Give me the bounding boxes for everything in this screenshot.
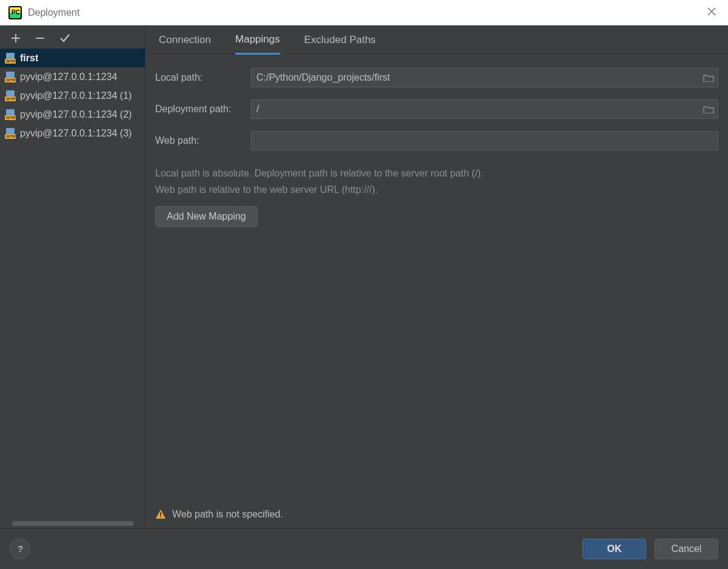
sidebar-item[interactable]: SFTP pyvip@127.0.0.1:1234 (1) (0, 86, 145, 105)
scrollbar-thumb[interactable] (12, 521, 133, 526)
folder-open-icon[interactable] (700, 105, 718, 113)
row-local-path: Local path: (155, 62, 718, 93)
dialog-footer: ? OK Cancel (0, 528, 728, 569)
svg-text:SFTP: SFTP (6, 116, 15, 120)
svg-text:SFTP: SFTP (6, 78, 15, 82)
sidebar: SFTP first SFTP pyvip@127.0.0.1:1234 SFT… (0, 25, 145, 528)
svg-rect-16 (6, 128, 15, 134)
help-text: Local path is absolute. Deployment path … (155, 157, 718, 206)
cancel-button[interactable]: Cancel (655, 539, 718, 559)
sidebar-item-label: pyvip@127.0.0.1:1234 (1) (20, 90, 132, 101)
local-path-field-wrap (251, 68, 718, 87)
close-icon[interactable] (704, 4, 720, 21)
deployment-path-field-wrap (251, 99, 718, 119)
sftp-icon: SFTP (4, 127, 16, 140)
sftp-icon: SFTP (4, 71, 16, 83)
warning-icon (155, 509, 166, 520)
sidebar-item-label: pyvip@127.0.0.1:1234 (3) (20, 128, 132, 139)
sidebar-item[interactable]: SFTP pyvip@127.0.0.1:1234 (0, 67, 145, 86)
row-web-path: Web path: (155, 125, 718, 157)
add-icon[interactable] (11, 33, 21, 43)
help-button[interactable]: ? (10, 539, 30, 559)
mappings-form: Local path: Deployment path: (145, 55, 728, 232)
sidebar-item-label: pyvip@127.0.0.1:1234 (20, 72, 117, 82)
sidebar-list: SFTP first SFTP pyvip@127.0.0.1:1234 SFT… (0, 49, 145, 520)
help-line-1: Local path is absolute. Deployment path … (155, 165, 718, 181)
content-panel: Connection Mappings Excluded Paths Local… (145, 25, 728, 528)
svg-rect-4 (6, 53, 15, 59)
pycharm-icon: PC (8, 6, 22, 19)
svg-text:SFTP: SFTP (6, 135, 15, 138)
deployment-path-label: Deployment path: (155, 104, 251, 115)
sidebar-item[interactable]: SFTP pyvip@127.0.0.1:1234 (2) (0, 105, 145, 124)
sidebar-toolbar (0, 25, 145, 49)
deployment-path-input[interactable] (252, 100, 700, 118)
tab-connection[interactable]: Connection (159, 34, 211, 53)
local-path-label: Local path: (155, 72, 251, 83)
sidebar-item[interactable]: SFTP pyvip@127.0.0.1:1234 (3) (0, 124, 145, 143)
tab-mappings[interactable]: Mappings (235, 33, 280, 55)
sftp-icon: SFTP (4, 109, 16, 121)
tab-excluded-paths[interactable]: Excluded Paths (304, 34, 376, 53)
sidebar-horizontal-scrollbar[interactable] (0, 520, 145, 528)
tabs: Connection Mappings Excluded Paths (145, 25, 728, 55)
window-title: Deployment (28, 7, 79, 18)
svg-text:SFTP: SFTP (6, 97, 15, 101)
svg-text:PC: PC (12, 9, 20, 16)
row-deployment-path: Deployment path: (155, 93, 718, 125)
web-path-label: Web path: (155, 135, 251, 146)
sidebar-item-first[interactable]: SFTP first (0, 49, 145, 67)
sftp-icon: SFTP (4, 90, 16, 102)
sidebar-item-label: first (20, 53, 38, 64)
svg-rect-10 (6, 90, 15, 96)
folder-open-icon[interactable] (700, 73, 718, 82)
remove-icon[interactable] (35, 33, 45, 43)
sidebar-item-label: pyvip@127.0.0.1:1234 (2) (20, 109, 132, 120)
workspace: SFTP first SFTP pyvip@127.0.0.1:1234 SFT… (0, 25, 728, 528)
local-path-input[interactable] (252, 69, 700, 87)
sftp-icon: SFTP (4, 52, 16, 64)
ok-button[interactable]: OK (583, 539, 646, 559)
help-line-2: Web path is relative to the web server U… (155, 181, 718, 198)
svg-text:SFTP: SFTP (6, 59, 15, 63)
svg-rect-20 (160, 516, 161, 517)
svg-text:?: ? (18, 544, 23, 554)
check-icon[interactable] (59, 33, 70, 44)
svg-rect-7 (6, 72, 15, 78)
add-new-mapping-button[interactable]: Add New Mapping (155, 206, 258, 227)
warning-text: Web path is not specified. (172, 509, 283, 520)
web-path-field-wrap (251, 131, 718, 150)
web-path-input[interactable] (252, 132, 718, 150)
svg-rect-19 (160, 513, 161, 516)
warning-row: Web path is not specified. (145, 509, 728, 528)
titlebar: PC Deployment (0, 0, 728, 25)
svg-rect-13 (6, 109, 15, 115)
